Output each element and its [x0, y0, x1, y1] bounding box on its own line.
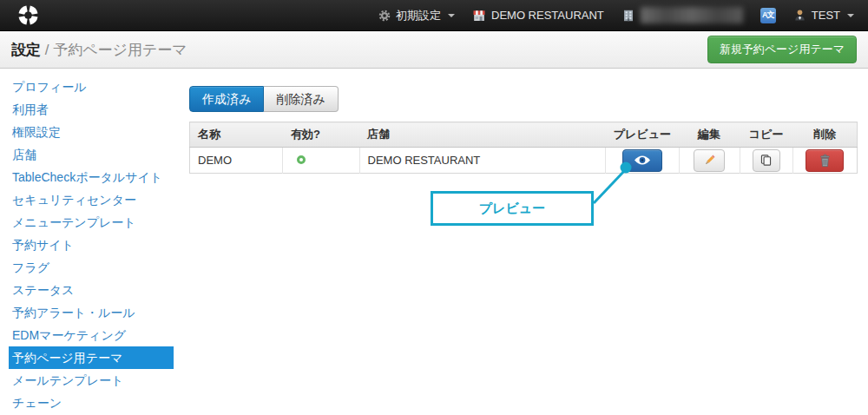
- gear-icon: [378, 10, 391, 22]
- col-header-preview: プレビュー: [606, 122, 679, 148]
- table-header-row: 名称 有効? 店舗 プレビュー 編集 コピー 削除: [190, 122, 858, 148]
- delete-button[interactable]: [806, 149, 844, 172]
- redacted-account-name: [641, 7, 743, 23]
- preview-callout-label: プレビュー: [479, 201, 545, 217]
- sidebar-item-edm-marketing[interactable]: EDMマーケティング: [9, 324, 174, 346]
- col-header-name: 名称: [190, 122, 283, 148]
- settings-sidebar: プロフィール 利用者 権限設定 店舗 TableCheckポータルサイト セキュ…: [0, 76, 174, 414]
- sidebar-item-permissions[interactable]: 権限設定: [9, 121, 174, 143]
- trash-icon: [819, 154, 832, 168]
- chevron-down-icon: [448, 14, 455, 17]
- sidebar-item-status[interactable]: ステータス: [9, 279, 174, 301]
- translate-icon[interactable]: A文: [760, 8, 776, 23]
- sidebar-item-security-center[interactable]: セキュリティセンター: [9, 188, 174, 211]
- col-header-venue: 店舗: [359, 122, 606, 148]
- sidebar-item-chain[interactable]: チェーン: [9, 392, 174, 414]
- nav-settings-label: 初期設定: [396, 8, 441, 23]
- breadcrumb-separator: /: [41, 42, 53, 58]
- nav-user-menu[interactable]: TEST: [793, 9, 854, 22]
- new-theme-button[interactable]: 新規予約ページ用テーマ: [707, 36, 857, 63]
- copy-icon: [760, 154, 773, 167]
- status-tabs: 作成済み 削除済み: [189, 86, 339, 112]
- copy-button[interactable]: [753, 149, 780, 172]
- page-title: 予約ページ用テーマ: [53, 42, 187, 58]
- sidebar-item-mail-template[interactable]: メールテンプレート: [9, 369, 174, 392]
- sidebar-item-menu-template[interactable]: メニューテンプレート: [9, 211, 174, 234]
- translate-glyph: A文: [762, 10, 774, 21]
- user-avatar-icon: [793, 9, 806, 22]
- sidebar-item-profile[interactable]: プロフィール: [9, 76, 174, 98]
- sidebar-item-booking-page-theme[interactable]: 予約ページ用テーマ: [9, 346, 174, 369]
- preview-callout: プレビュー: [431, 191, 594, 226]
- sidebar-item-booking-alert-rules[interactable]: 予約アラート・ルール: [9, 301, 174, 324]
- app-logo-icon[interactable]: [17, 4, 39, 26]
- breadcrumb-section: 設定: [11, 42, 41, 58]
- breadcrumb: 設定 / 予約ページ用テーマ: [11, 40, 187, 60]
- building-icon: [621, 9, 635, 23]
- enabled-ring-icon: [297, 155, 306, 164]
- sidebar-item-shops[interactable]: 店舗: [9, 143, 174, 166]
- cell-venue: DEMO RESTAURANT: [359, 148, 606, 174]
- themes-table: 名称 有効? 店舗 プレビュー 編集 コピー 削除 DEMO DEMO REST…: [189, 122, 858, 174]
- nav-user-label: TEST: [812, 9, 840, 22]
- sidebar-item-booking-site[interactable]: 予約サイト: [9, 234, 174, 256]
- main-content: 作成済み 削除済み 名称 有効? 店舗 プレビュー 編集 コピー 削除 DEMO…: [189, 86, 858, 174]
- preview-button[interactable]: [622, 149, 662, 172]
- storefront-icon: [472, 9, 486, 23]
- sidebar-item-users[interactable]: 利用者: [9, 98, 174, 121]
- page-header: 設定 / 予約ページ用テーマ 新規予約ページ用テーマ: [0, 31, 868, 69]
- nav-restaurant-menu[interactable]: DEMO RESTAURANT: [472, 9, 604, 23]
- edit-button[interactable]: [694, 149, 725, 172]
- top-navbar: 初期設定 DEMO RESTAURANT: [0, 0, 868, 31]
- chevron-down-icon: [847, 14, 854, 17]
- col-header-edit: 編集: [679, 122, 740, 148]
- cell-theme-name: DEMO: [190, 148, 283, 174]
- eye-icon: [634, 155, 651, 166]
- tab-created[interactable]: 作成済み: [189, 86, 264, 112]
- nav-account-info: [621, 7, 743, 23]
- col-header-copy: コピー: [740, 122, 792, 148]
- col-header-delete: 削除: [792, 122, 857, 148]
- pencil-icon: [703, 154, 716, 167]
- nav-settings-menu[interactable]: 初期設定: [378, 8, 455, 23]
- nav-restaurant-label: DEMO RESTAURANT: [491, 9, 604, 22]
- col-header-enabled: 有効?: [283, 122, 359, 148]
- tab-deleted[interactable]: 削除済み: [264, 86, 338, 112]
- cell-enabled: [283, 148, 359, 174]
- sidebar-item-flags[interactable]: フラグ: [9, 256, 174, 279]
- table-row: DEMO DEMO RESTAURANT: [190, 148, 858, 174]
- sidebar-item-portal-site[interactable]: TableCheckポータルサイト: [9, 166, 174, 188]
